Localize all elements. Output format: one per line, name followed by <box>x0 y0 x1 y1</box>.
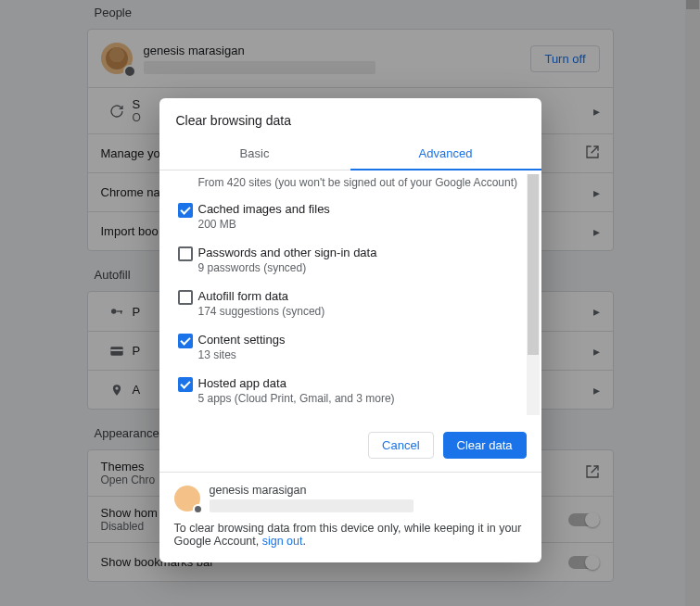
option-subtitle: 9 passwords (synced) <box>198 261 515 274</box>
dialog-body: From 420 sites (you won't be signed out … <box>159 170 541 419</box>
previous-item-overflow-text: From 420 sites (you won't be signed out … <box>172 174 538 195</box>
clear-data-button[interactable]: Clear data <box>443 432 527 459</box>
checkbox-hit[interactable] <box>172 289 198 305</box>
clear-data-option-2[interactable]: Autofill form data174 suggestions (synce… <box>172 282 538 325</box>
sign-out-link[interactable]: sign out <box>262 535 303 548</box>
footer-note: To clear browsing data from this device … <box>174 522 527 548</box>
tab-basic[interactable]: Basic <box>159 137 350 170</box>
dialog-scrollbar[interactable] <box>527 174 540 415</box>
option-title: Autofill form data <box>198 289 515 303</box>
option-subtitle: 13 sites <box>198 348 515 361</box>
option-label-wrap: Passwords and other sign-in data9 passwo… <box>198 246 538 274</box>
checkbox-hit[interactable] <box>172 333 198 348</box>
clear-data-option-3[interactable]: Content settings13 sites <box>172 325 538 369</box>
checkbox-icon <box>178 246 193 261</box>
clear-data-option-5[interactable]: Media licensesYou may lose access to pro… <box>172 412 538 419</box>
clear-browsing-data-dialog: Clear browsing data Basic Advanced From … <box>159 98 541 562</box>
checkbox-icon <box>178 290 193 305</box>
footer-user-name: genesis marasigan <box>210 484 527 497</box>
option-subtitle: 5 apps (Cloud Print, Gmail, and 3 more) <box>198 392 515 405</box>
option-label-wrap: Content settings13 sites <box>198 333 538 361</box>
clear-data-option-4[interactable]: Hosted app data5 apps (Cloud Print, Gmai… <box>172 369 538 412</box>
footer-note-suffix: . <box>302 535 305 548</box>
option-title: Content settings <box>198 333 515 347</box>
clear-data-option-1[interactable]: Passwords and other sign-in data9 passwo… <box>172 238 538 282</box>
sync-badge-icon <box>193 504 203 514</box>
dialog-tabs: Basic Advanced <box>159 137 541 170</box>
checkbox-icon <box>178 203 193 218</box>
option-subtitle: 174 suggestions (synced) <box>198 305 515 318</box>
avatar <box>174 486 200 511</box>
dialog-title: Clear browsing data <box>159 98 541 137</box>
dialog-footer: genesis marasigan To clear browsing data… <box>159 472 541 562</box>
checkbox-hit[interactable] <box>172 376 198 392</box>
option-label-wrap: Hosted app data5 apps (Cloud Print, Gmai… <box>198 376 538 405</box>
option-label-wrap: Cached images and files200 MB <box>198 202 538 231</box>
option-subtitle: 200 MB <box>198 218 515 231</box>
tab-advanced[interactable]: Advanced <box>350 137 541 170</box>
checkbox-icon <box>178 377 193 392</box>
clear-data-option-0[interactable]: Cached images and files200 MB <box>172 195 538 238</box>
checkbox-icon <box>178 334 193 348</box>
checkbox-hit[interactable] <box>172 246 198 261</box>
option-label-wrap: Autofill form data174 suggestions (synce… <box>198 289 538 318</box>
option-title: Passwords and other sign-in data <box>198 246 515 259</box>
footer-email-redacted <box>210 499 414 512</box>
footer-account-row: genesis marasigan <box>174 484 527 512</box>
cancel-button[interactable]: Cancel <box>368 432 433 459</box>
option-title: Hosted app data <box>198 376 515 390</box>
dialog-actions: Cancel Clear data <box>159 419 541 472</box>
checkbox-hit[interactable] <box>172 202 198 218</box>
footer-note-prefix: To clear browsing data from this device … <box>174 522 522 548</box>
option-title: Cached images and files <box>198 202 515 216</box>
